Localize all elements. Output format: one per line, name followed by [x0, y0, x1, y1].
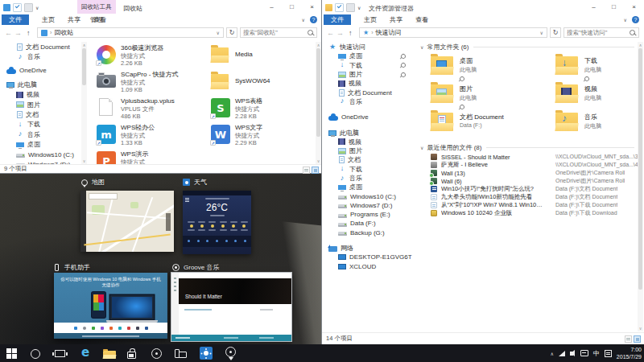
- sidebar-item-desktop2[interactable]: 桌面: [322, 183, 412, 191]
- groove-music-thumbnail[interactable]: Should It Matter: [171, 273, 291, 341]
- tab-file[interactable]: 文件: [324, 14, 351, 25]
- sidebar-item-quick-access[interactable]: ★快速访问: [322, 43, 412, 51]
- ime-language-indicator[interactable]: 中: [593, 349, 600, 358]
- sidebar-item-network-pc1[interactable]: DESKTOP-E1GVG6T: [322, 253, 412, 261]
- search-button[interactable]: [31, 349, 40, 359]
- groove-music-icon[interactable]: [151, 348, 162, 359]
- maximize-button[interactable]: □: [604, 0, 624, 14]
- sidebar-item-onedrive[interactable]: OneDrive: [0, 66, 80, 76]
- large-icons-view-button[interactable]: [312, 167, 319, 174]
- sidebar-item-drive-e[interactable]: Programs (E:): [322, 210, 412, 219]
- sidebar-item-documents2[interactable]: 文档: [0, 109, 80, 119]
- sidebar-item-videos2[interactable]: 视频: [322, 138, 412, 146]
- search-box[interactable]: [564, 27, 639, 38]
- minimize-button[interactable]: –: [584, 0, 604, 14]
- store-icon[interactable]: [127, 352, 136, 359]
- clock[interactable]: 7:00 2015/7/29: [617, 346, 642, 360]
- frequent-folders-header[interactable]: ∨ 常用文件夹 (6): [420, 43, 634, 51]
- details-view-button[interactable]: [303, 167, 310, 174]
- sidebar-item-network[interactable]: 网络: [322, 244, 412, 253]
- sidebar-item-drive-d[interactable]: Windows7 (D:): [322, 201, 412, 210]
- file-item[interactable]: SysWOW64: [211, 71, 319, 95]
- search-box[interactable]: [240, 27, 317, 38]
- up-button[interactable]: ↑: [27, 30, 31, 37]
- breadcrumb-dropdown-icon[interactable]: ∨: [217, 30, 220, 35]
- tab-share[interactable]: 共享: [68, 14, 80, 25]
- recent-file-row[interactable]: Windows 10 10240 企业版Data (F:)\下载 Downloa…: [431, 209, 638, 217]
- folder-tile-downloads[interactable]: ↓ 下载此电脑: [555, 55, 644, 79]
- sidebar-item-pictures[interactable]: 图片: [0, 100, 80, 109]
- recent-file-row[interactable]: Wall (6)OneDrive\图片\Camera Roll: [431, 177, 638, 185]
- breadcrumb[interactable]: › 回收站 ∨: [37, 27, 224, 38]
- task-view-button[interactable]: [55, 350, 65, 357]
- sidebar-item-network-pc2[interactable]: XCLOUD: [322, 262, 412, 271]
- folder-tile-pictures[interactable]: 图片此电脑: [431, 83, 551, 107]
- left-titlebar[interactable]: ∨ 回收站工具 回收站 – □ ×: [0, 0, 322, 14]
- help-icon[interactable]: ?: [310, 16, 317, 23]
- volume-icon[interactable]: [570, 352, 573, 356]
- collapse-ribbon-icon[interactable]: ∨: [624, 17, 627, 23]
- minimize-button[interactable]: –: [262, 0, 282, 14]
- phone-companion-icon[interactable]: [177, 352, 187, 358]
- touch-keyboard-icon[interactable]: [605, 350, 612, 357]
- sidebar-item-drive-c[interactable]: Windows10 (C:): [322, 191, 412, 200]
- file-item[interactable]: P WPS演示快捷方式2.29 KB: [97, 150, 204, 165]
- forward-button[interactable]: →: [336, 30, 344, 37]
- breadcrumb-location[interactable]: 回收站: [54, 28, 73, 37]
- qat-folder-icon[interactable]: [346, 3, 355, 12]
- tab-manage[interactable]: 管理: [90, 14, 103, 25]
- start-button[interactable]: [6, 348, 17, 359]
- back-button[interactable]: ←: [5, 30, 12, 37]
- qat-customize-icon[interactable]: ∨: [357, 5, 361, 10]
- qat-customize-icon[interactable]: ∨: [35, 5, 39, 10]
- sidebar-item-music2[interactable]: ♪音乐: [322, 174, 412, 183]
- phone-companion-thumbnail[interactable]: 你可以随时使用 Windows 10 电脑和 Windows 手机 无缝协作: [54, 273, 167, 339]
- sidebar-item-music[interactable]: ♪音乐: [0, 51, 80, 61]
- large-icons-view-button[interactable]: [634, 335, 641, 343]
- help-icon[interactable]: ?: [632, 16, 639, 23]
- recent-file-row[interactable]: 九大拳头功能!Win10新功能抢先看Data (F:)\文档 Document: [431, 193, 638, 201]
- recent-file-row[interactable]: SISSEL - Should It Matter\\XCLOUD\xCloud…: [431, 153, 638, 161]
- qat-properties-icon[interactable]: [13, 3, 22, 12]
- forward-button[interactable]: →: [14, 30, 22, 37]
- folder-tile-documents[interactable]: 文档 DocumentData (F:): [431, 111, 551, 135]
- file-item[interactable]: S WPS表格快捷方式2.28 KB: [211, 97, 319, 121]
- sidebar-item-videos[interactable]: 视频: [322, 79, 412, 88]
- sidebar-item-drive-f[interactable]: Data (F:): [322, 219, 412, 228]
- file-item[interactable]: 360极速浏览器快捷方式2.26 KB: [97, 44, 204, 68]
- sidebar-item-onedrive[interactable]: OneDrive: [322, 113, 412, 121]
- sidebar-item-documents[interactable]: 文档 Document: [0, 42, 80, 51]
- details-view-button[interactable]: [625, 335, 632, 343]
- sidebar-item-documents2[interactable]: 文档: [322, 155, 412, 164]
- weather-app-icon[interactable]: [200, 347, 213, 360]
- recent-file-row[interactable]: 从“X”到“10”!XP Win7 Win8.1 Win10功能...Data …: [431, 201, 638, 209]
- maps-app-thumbnail[interactable]: [80, 191, 174, 252]
- sidebar-item-drive-c[interactable]: Windows10 (C:): [0, 150, 80, 159]
- sidebar-item-music[interactable]: ♪音乐: [322, 97, 412, 106]
- maximize-button[interactable]: □: [282, 0, 302, 14]
- network-icon[interactable]: [559, 351, 565, 356]
- up-button[interactable]: ↑: [349, 30, 353, 37]
- recent-file-row[interactable]: Wall (13)OneDrive\图片\Camera Roll: [431, 169, 638, 177]
- sidebar-item-this-pc[interactable]: 此电脑: [0, 80, 80, 89]
- recent-files-header[interactable]: ∨ 最近使用的文件 (8): [420, 143, 634, 152]
- file-item[interactable]: W WPS文字快捷方式2.29 KB: [211, 124, 319, 148]
- action-center-icon[interactable]: [580, 350, 588, 356]
- sidebar-item-videos[interactable]: 视频: [0, 90, 80, 100]
- file-item[interactable]: SCapPro - 快捷方式快捷方式1.09 KB: [97, 71, 204, 95]
- sidebar-item-desktop[interactable]: 桌面: [0, 140, 80, 150]
- sidebar-item-drive-g[interactable]: Backup (G:): [322, 228, 412, 237]
- folder-tile-videos[interactable]: 视频此电脑: [555, 83, 644, 107]
- sidebar-item-downloads[interactable]: ↓下载: [0, 120, 80, 130]
- folder-tile-music[interactable]: ♪ 音乐此电脑: [555, 111, 644, 135]
- back-button[interactable]: ←: [327, 30, 334, 37]
- edge-browser-icon[interactable]: e: [79, 347, 92, 360]
- maps-app-icon[interactable]: [225, 347, 236, 357]
- recent-file-row[interactable]: 萨克斯 - I Believe\\XCLOUD\xCloud_MNT_sda..…: [431, 161, 638, 169]
- file-item[interactable]: Media: [211, 44, 319, 68]
- file-item[interactable]: m WPS轻办公快捷方式1.33 KB: [97, 124, 204, 148]
- tab-home[interactable]: 主页: [364, 14, 377, 25]
- file-explorer-icon[interactable]: [103, 351, 116, 359]
- weather-app-thumbnail[interactable]: 26°C: [183, 191, 251, 254]
- main-scrollbar[interactable]: ∧∨: [638, 42, 643, 331]
